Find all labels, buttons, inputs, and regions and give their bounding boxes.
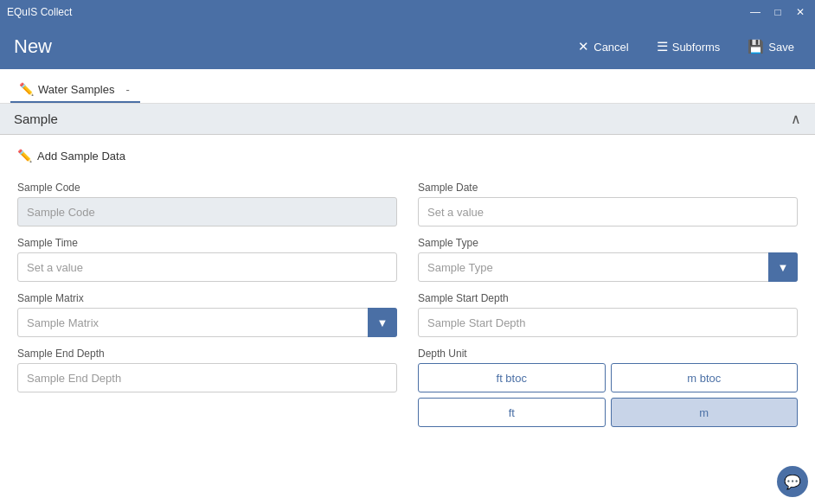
maximize-button[interactable]: □ xyxy=(770,4,786,20)
floating-action-button[interactable]: 💬 xyxy=(777,466,808,497)
sample-date-input[interactable] xyxy=(418,197,798,226)
sample-code-input[interactable] xyxy=(17,197,397,226)
subforms-button[interactable]: ☰ Subforms xyxy=(650,35,728,58)
header-actions: ✕ Cancel ☰ Subforms 💾 Save xyxy=(571,35,801,58)
cancel-icon: ✕ xyxy=(578,39,589,54)
section-label: Sample xyxy=(14,112,58,126)
sample-type-group: Sample Type Sample Type ▼ xyxy=(408,232,798,287)
depth-unit-group: Depth Unit ft btoc m btoc ft m xyxy=(408,342,798,432)
section-collapse-icon[interactable]: ∧ xyxy=(791,111,801,127)
chat-icon: 💬 xyxy=(784,474,801,490)
form-area: ✏️ Add Sample Data Sample Code Sample Da… xyxy=(0,135,815,504)
sample-type-select-wrap: Sample Type ▼ xyxy=(418,252,798,282)
section-header[interactable]: Sample ∧ xyxy=(0,104,815,135)
sample-code-group: Sample Code xyxy=(17,176,408,232)
tab-close-button[interactable]: - xyxy=(124,83,131,96)
depth-unit-buttons: ft btoc m btoc ft m xyxy=(418,363,798,427)
tab-bar: ✏️ Water Samples - xyxy=(0,69,815,104)
sample-date-group: Sample Date xyxy=(408,176,798,232)
app-name: EQuIS Collect xyxy=(7,6,72,18)
main-container: New ✕ Cancel ☰ Subforms 💾 Save ✏️ Water … xyxy=(0,24,815,504)
sample-start-depth-input[interactable] xyxy=(418,308,798,337)
sample-time-label: Sample Time xyxy=(17,237,397,249)
form-header: ✏️ Add Sample Data xyxy=(17,149,798,163)
title-bar-left: EQuIS Collect xyxy=(7,6,72,18)
sample-matrix-select-wrap: Sample Matrix ▼ xyxy=(17,308,397,337)
sample-matrix-label: Sample Matrix xyxy=(17,292,397,304)
depth-btn-m[interactable]: m xyxy=(611,398,799,427)
sample-start-depth-group: Sample Start Depth xyxy=(408,287,798,342)
page-title: New xyxy=(14,35,52,58)
sample-type-select[interactable]: Sample Type xyxy=(418,252,798,282)
sample-matrix-group: Sample Matrix Sample Matrix ▼ xyxy=(17,287,408,342)
minimize-button[interactable]: — xyxy=(748,4,763,20)
subforms-label: Subforms xyxy=(672,41,721,54)
add-sample-label: Add Sample Data xyxy=(37,150,125,163)
title-bar: EQuIS Collect — □ ✕ xyxy=(0,0,815,24)
tab-label: Water Samples xyxy=(38,83,114,96)
header-bar: New ✕ Cancel ☰ Subforms 💾 Save xyxy=(0,24,815,69)
sample-time-group: Sample Time xyxy=(17,232,408,287)
sample-code-label: Sample Code xyxy=(17,182,397,194)
sample-start-depth-label: Sample Start Depth xyxy=(418,292,798,304)
save-label: Save xyxy=(768,41,794,54)
title-bar-controls: — □ ✕ xyxy=(748,4,808,20)
tab-water-samples[interactable]: ✏️ Water Samples - xyxy=(10,75,140,103)
close-button[interactable]: ✕ xyxy=(793,4,808,20)
sample-end-depth-label: Sample End Depth xyxy=(17,348,397,360)
form-grid: Sample Code Sample Date Sample Time Samp… xyxy=(17,176,798,432)
sample-time-input[interactable] xyxy=(17,252,397,282)
add-icon: ✏️ xyxy=(17,149,32,163)
sample-type-label: Sample Type xyxy=(418,237,798,249)
save-icon: 💾 xyxy=(748,39,764,54)
depth-btn-ft-btoc[interactable]: ft btoc xyxy=(418,363,606,392)
tab-pencil-icon: ✏️ xyxy=(19,82,34,96)
save-button[interactable]: 💾 Save xyxy=(741,35,801,58)
sample-matrix-select[interactable]: Sample Matrix xyxy=(17,308,397,337)
sample-end-depth-group: Sample End Depth xyxy=(17,342,408,432)
depth-unit-label: Depth Unit xyxy=(418,348,798,360)
sample-date-label: Sample Date xyxy=(418,182,798,194)
depth-btn-ft[interactable]: ft xyxy=(418,398,606,427)
subforms-icon: ☰ xyxy=(657,39,668,54)
sample-end-depth-input[interactable] xyxy=(17,363,397,392)
cancel-button[interactable]: ✕ Cancel xyxy=(571,35,635,58)
depth-btn-m-btoc[interactable]: m btoc xyxy=(611,363,799,392)
cancel-label: Cancel xyxy=(594,41,628,54)
